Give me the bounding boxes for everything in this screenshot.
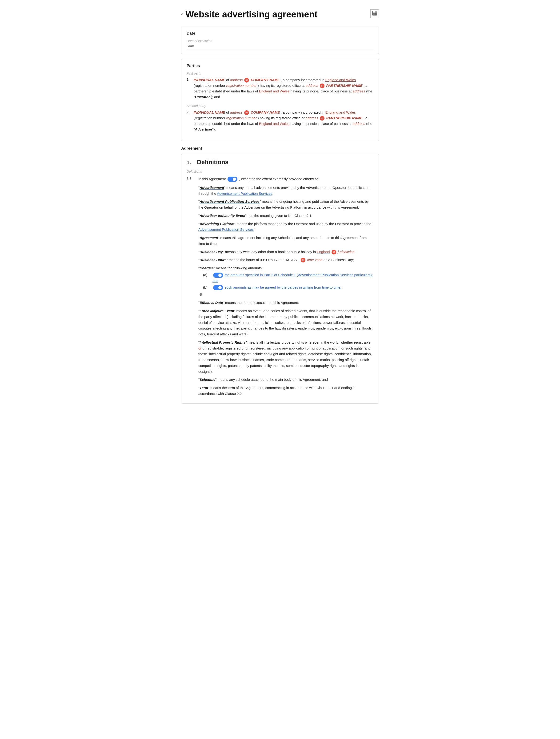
date-value: Date: [186, 44, 374, 49]
party1-individual-name: INDIVIDUAL NAME: [194, 78, 225, 82]
party1-company-text: , a company incorporated in: [281, 78, 325, 82]
party2-or-badge2: or: [320, 116, 324, 121]
def-text-adv-platform: " means the platform managed by the Oper…: [234, 222, 371, 226]
clause-1-1-text: In this Agreement , except to the extent…: [198, 176, 374, 182]
party2-advertiser: Advertiser: [195, 127, 212, 131]
def-advertiser-indemnity: "Advertiser Indemnity Event" has the mea…: [198, 213, 374, 219]
definitions-heading: 1. Definitions: [186, 159, 374, 166]
def-term-adv-indemnity: Advertiser Indemnity Event: [199, 213, 245, 217]
party1-company-name: COMPANY NAME: [251, 78, 280, 82]
sub-b-label: (b): [203, 285, 210, 290]
party2-england-wales: England and Wales: [325, 110, 356, 114]
clause-1-1-num: 1.1: [186, 176, 196, 180]
parties-title: Parties: [186, 63, 374, 68]
def-schedule: "Schedule" means any schedule attached t…: [198, 377, 374, 383]
party1-of: of: [226, 78, 230, 82]
definitions-block: 1. Definitions Definitions 1.1 In this A…: [181, 154, 379, 404]
party2-company-text: , a company incorporated in: [281, 110, 325, 114]
party2-reg-text2: ) having its registered office at: [258, 116, 306, 120]
def-term-business-hours: Business Hours: [199, 258, 226, 262]
def-ipr: "Intellectual Property Rights" means all…: [198, 340, 374, 375]
def-business-day-or: or: [331, 250, 336, 255]
toggle-circle: [233, 178, 236, 181]
def-england: England: [317, 250, 330, 254]
def-ipr-or: or: [198, 346, 201, 350]
sub-b-content: such amounts as may be agreed by the par…: [213, 285, 341, 290]
party2-address2: address: [306, 116, 318, 120]
party1-operator-end: "); and: [210, 95, 220, 99]
def-term-term: Term: [199, 386, 208, 390]
def-advertisement-pub-services: "Advertisement Publication Services" mea…: [198, 199, 374, 210]
definitions-num: 1.: [186, 159, 194, 166]
agreement-title: Agreement: [181, 146, 379, 151]
toggle-circle-b: [218, 286, 222, 289]
party-1-num: 1.: [186, 77, 194, 100]
party2-principal-text: having its principal place of business a…: [290, 122, 353, 126]
clause-1-1: 1.1 In this Agreement , except to the ex…: [186, 176, 374, 182]
def-charges: "Charges" means the following amounts: (…: [198, 265, 374, 298]
cross-icon[interactable]: ⊕: [199, 291, 202, 298]
toggle-inner: [229, 177, 237, 181]
party1-england-wales2: England and Wales: [259, 89, 290, 93]
party2-reg-text: (registration number: [194, 116, 226, 120]
def-advertising-platform: "Advertising Platform" means the platfor…: [198, 221, 374, 233]
party2-or-badge: or: [244, 110, 249, 115]
def-business-hours-or: or: [301, 258, 305, 263]
party2-company-name: COMPANY NAME: [251, 110, 280, 114]
def-term-business-day: Business Day: [199, 250, 223, 254]
def-term-ipr: Intellectual Property Rights: [199, 340, 245, 344]
party1-reg-text2: ) having its registered office at: [258, 84, 306, 88]
toggle-sub-a[interactable]: [213, 273, 223, 278]
page-title: Website advertising agreement: [185, 9, 317, 19]
toggle-inner-a: [214, 273, 222, 277]
party2-address1: address: [230, 110, 243, 114]
def-term-adv-pub-services: Advertisement Publication Services: [199, 199, 260, 203]
sub-a-content: the amounts specified in Part 2 of Sched…: [213, 272, 374, 284]
sub-a-text: the amounts specified in Part 2 of Sched…: [213, 273, 373, 283]
table-icon[interactable]: [370, 9, 379, 18]
party1-operator: Operator: [195, 95, 209, 99]
def-term-adv-platform: Advertising Platform: [199, 222, 234, 226]
charges-sublist: (a) the amounts specified in Part 2 of S…: [203, 272, 374, 290]
def-advertisement: "Advertisement" means any and all advert…: [198, 185, 374, 197]
page-number: 3: [181, 12, 183, 16]
definitions-list: "Advertisement" means any and all advert…: [198, 185, 374, 397]
party1-address3: address: [353, 89, 365, 93]
toggle-clause[interactable]: [228, 177, 238, 182]
party-1-text: INDIVIDUAL NAME of address or COMPANY NA…: [194, 77, 374, 100]
def-advertisement-publication-services-link: Advertisement Publication Services: [217, 191, 272, 195]
def-text-agreement: " means this agreement including any Sch…: [198, 236, 367, 246]
date-execution-label: Date of execution: [186, 39, 374, 43]
def-business-hours: "Business Hours" means the hours of 09:0…: [198, 257, 374, 263]
clause-end: , except to the extent expressly provide…: [239, 177, 319, 181]
cross-icon-container: ⊕: [198, 291, 374, 298]
def-term-schedule: Schedule: [199, 378, 215, 382]
date-section: Date Date of execution Date: [181, 27, 379, 54]
parties-section: Parties First party 1. INDIVIDUAL NAME o…: [181, 59, 379, 141]
party-1: 1. INDIVIDUAL NAME of address or COMPANY…: [186, 77, 374, 100]
date-section-title: Date: [186, 31, 374, 36]
def-jurisdiction: jurisdiction: [338, 250, 355, 254]
def-adv-platform-link: Advertisement Publication Services: [198, 228, 254, 232]
def-term-effective-date: Effective Date: [199, 301, 223, 305]
def-term-agreement: Agreement: [199, 236, 218, 240]
party-2-text: INDIVIDUAL NAME of address or COMPANY NA…: [194, 110, 374, 132]
toggle-circle-a: [218, 274, 222, 277]
party2-address3: address: [353, 122, 365, 126]
party1-address2: address: [306, 84, 318, 88]
sub-a-label: (a): [203, 272, 210, 278]
party2-partnership-name: PARTNERSHIP NAME: [326, 116, 363, 120]
sub-b-text: such amounts as may be agreed by the par…: [225, 285, 341, 289]
def-text-adv-indemnity: " has the meaning given to it in Clause …: [245, 213, 312, 217]
party-2: 2. INDIVIDUAL NAME of address or COMPANY…: [186, 110, 374, 132]
charges-sub-b: (b) such amounts as may be agreed by the…: [203, 285, 374, 290]
party1-or-badge2: or: [320, 84, 324, 88]
party2-england-wales2: England and Wales: [259, 122, 290, 126]
toggle-sub-b[interactable]: [213, 285, 223, 290]
first-party-label: First party: [186, 71, 374, 75]
definitions-label: Definitions: [186, 170, 374, 173]
party1-or-badge: or: [244, 78, 249, 83]
party2-reg-number: registration number: [226, 116, 257, 120]
def-force-majeure: "Force Majeure Event" means an event, or…: [198, 308, 374, 337]
toggle-inner-b: [214, 286, 222, 290]
